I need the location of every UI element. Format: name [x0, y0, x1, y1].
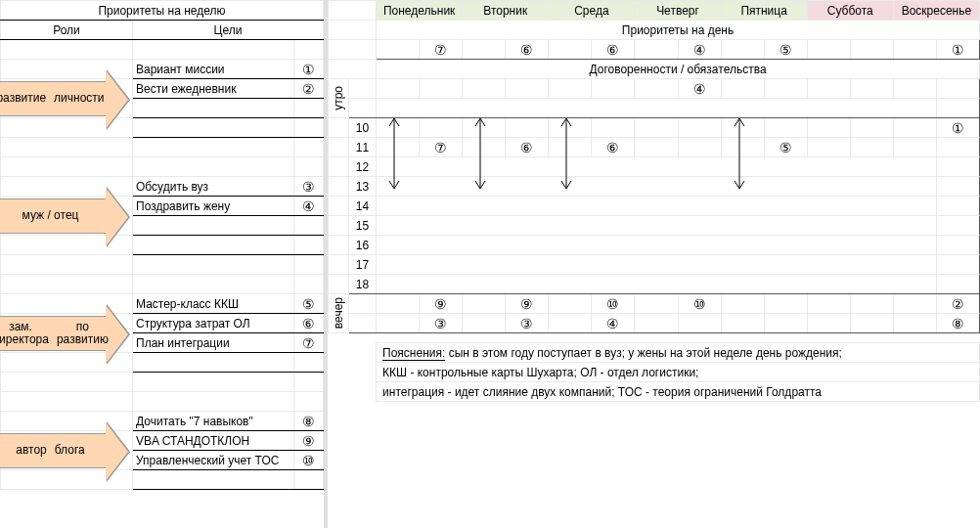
role-arrow: развитиеличности	[0, 81, 107, 116]
goal-text: Поздравить жену	[133, 197, 294, 216]
morning-row: утро ④	[329, 79, 980, 99]
goal-text: VBA СТАНДОТКЛОН	[133, 431, 294, 451]
notes-line: ККШ - контрольные карты Шухарта; ОЛ - от…	[377, 363, 980, 382]
notes-line: интеграция - идет слияние двух компаний;…	[377, 382, 980, 402]
days-header: Понедельник Вторник Среда Четверг Пятниц…	[329, 1, 980, 21]
time-arrow-icon	[721, 118, 764, 138]
hour: 13	[349, 177, 377, 197]
goal-text: Структура затрат ОЛ	[133, 314, 294, 333]
hour: 11	[349, 138, 377, 157]
planner: Приоритеты на неделю Роли Цели Вариант м…	[0, 0, 980, 528]
goal-num: ③	[294, 177, 324, 197]
daily-schedule-panel: Понедельник Вторник Среда Четверг Пятниц…	[328, 0, 980, 528]
goal-num: ①	[294, 60, 324, 79]
hour: 15	[349, 216, 377, 236]
col-roles: Роли	[1, 21, 133, 40]
day-prio-title: Приоритеты на день	[377, 21, 980, 40]
hour: 12	[349, 157, 377, 177]
goal-text: Управленческий учет ТОС	[133, 451, 294, 470]
hour: 17	[349, 255, 377, 275]
daily-table: Понедельник Вторник Среда Четверг Пятниц…	[328, 0, 980, 402]
time-arrow-icon	[377, 118, 420, 138]
goal-num: ⑦	[294, 333, 324, 353]
goal-num: ④	[294, 197, 324, 216]
evening-row-1: вечер ⑨ ⑨ ⑩ ⑩ ②	[329, 294, 980, 314]
weekly-title: Приоритеты на неделю	[1, 1, 324, 21]
commit-title: Договоренности / обязательства	[377, 60, 980, 79]
goal-text: Вести ежедневник	[133, 79, 294, 99]
col-goals: Цели	[133, 21, 324, 40]
hour: 10	[349, 118, 377, 138]
hour: 18	[349, 275, 377, 294]
goal-num: ⑨	[294, 431, 324, 451]
time-arrow-icon	[549, 118, 592, 138]
goal-num: ②	[294, 79, 324, 99]
role-arrow: муж / отец	[0, 198, 107, 234]
weekly-priorities-panel: Приоритеты на неделю Роли Цели Вариант м…	[0, 0, 328, 528]
role-arrow: авторблога	[0, 433, 107, 468]
role-arrow: зам. директорапо развитию	[0, 316, 107, 351]
goal-text: Мастер-класс ККШ	[133, 294, 294, 314]
goal-num: ⑩	[294, 451, 324, 470]
time-arrow-icon	[463, 118, 506, 138]
goal-text: План интеграции	[133, 333, 294, 353]
goal-num: ⑥	[294, 314, 324, 333]
goal-num: ⑤	[294, 294, 324, 314]
weekly-table: Приоритеты на неделю Роли Цели Вариант м…	[0, 0, 324, 490]
day-prio-row: ⑦ ⑥ ⑥ ④ ⑤ ①	[329, 40, 980, 60]
goal-text: Вариант миссии	[133, 60, 294, 79]
evening-label: вечер	[332, 297, 345, 329]
goal-num: ⑧	[294, 412, 324, 431]
hour: 14	[349, 197, 377, 216]
notes-line: Пояснения: сын в этом году поступает в в…	[377, 343, 980, 363]
goal-text: Обсудить вуз	[133, 177, 294, 197]
goal-text: Дочитать "7 навыков"	[133, 412, 294, 431]
hour: 16	[349, 236, 377, 255]
evening-row-2: ③ ③ ④ ⑧	[329, 314, 980, 333]
morning-label: утро	[332, 86, 345, 110]
